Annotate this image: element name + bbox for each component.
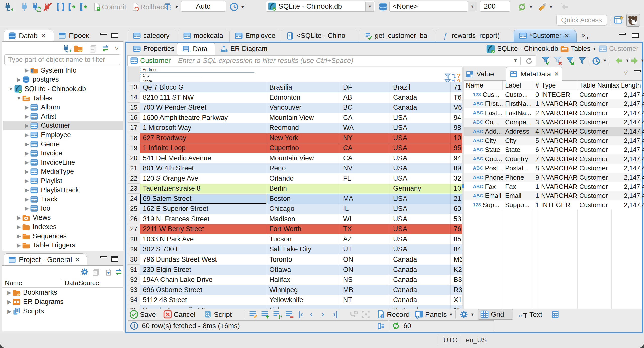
metadata-row[interactable]: ABCStateState6NVARCHARCustomer2,147,483,…	[464, 145, 642, 155]
tree-expand-arrow[interactable]: ▶	[16, 77, 22, 83]
meta-col-type[interactable]: Type	[539, 81, 577, 90]
arrow-left-green-icon[interactable]	[614, 56, 623, 65]
tree-expand-arrow[interactable]: ▶	[6, 299, 13, 305]
row-number[interactable]: 14	[128, 92, 140, 102]
meta-cell-maxlength[interactable]: 2,147,483,647	[611, 200, 644, 210]
next-dropdown[interactable]: ▼	[640, 58, 644, 63]
meta-cell-label[interactable]: City	[503, 136, 533, 145]
cell-postalcode[interactable]: T6	[451, 92, 462, 102]
metadata-row[interactable]: ABCLast...LastNa...2NVARCHARCustomer2,14…	[464, 108, 642, 118]
editor-minimize-button[interactable]	[618, 32, 627, 39]
cell-city[interactable]: New York	[266, 133, 340, 143]
meta-cell-number[interactable]: 2	[533, 108, 539, 118]
cell-address[interactable]: 5112 48 Street	[140, 295, 266, 305]
meta-cell-type[interactable]: NVARCHAR	[539, 118, 577, 127]
project-item-bookmarks[interactable]: ▶★Bookmarks	[3, 288, 123, 297]
tab-metadata[interactable]: MetaData✕	[506, 67, 562, 81]
editor-tab-category[interactable]: category	[128, 30, 178, 42]
refresh-dropdown[interactable]: ▼	[529, 5, 533, 10]
nav-first[interactable]: |‹	[298, 310, 303, 318]
cell-address[interactable]: 801 W 4th Street	[140, 163, 266, 173]
meta-cell-table[interactable]: Customer	[577, 173, 611, 182]
meta-cell-type[interactable]: NVARCHAR	[539, 191, 577, 201]
row-number[interactable]: 17	[128, 123, 140, 133]
cell-address[interactable]: 302 S 700 E	[140, 244, 266, 254]
meta-cell-number[interactable]: 8	[533, 164, 539, 173]
editor-tab--customer[interactable]: *Customer✕	[514, 30, 577, 42]
cell-postalcode[interactable]: 98	[451, 123, 462, 133]
tab-close-icon[interactable]: ✕	[554, 71, 559, 78]
meta-cell-label[interactable]: Phone	[503, 173, 533, 182]
clock-history-icon[interactable]	[229, 2, 239, 12]
editor-maximize-button[interactable]	[631, 32, 640, 39]
cell-state[interactable]: ON	[340, 265, 390, 275]
tab-projects[interactable]: Проек	[58, 30, 93, 42]
cell-address[interactable]: 1 Infinite Loop	[140, 143, 266, 153]
filter-history-dropdown[interactable]: ▼	[513, 58, 518, 63]
row-number[interactable]: 32	[128, 275, 140, 285]
row-number[interactable]: 18	[128, 133, 140, 143]
tree-expand-arrow[interactable]: ▶	[24, 150, 30, 156]
project-minimize-button[interactable]	[99, 256, 108, 263]
metadata-row[interactable]: ABCCityCity5NVARCHARCustomer2,147,483,64…	[464, 136, 642, 145]
meta-cell-label[interactable]: Custo...	[503, 90, 533, 99]
cell-state[interactable]	[340, 305, 390, 309]
cell-city[interactable]: Reno	[266, 163, 340, 173]
editor-tab-mockdata[interactable]: mockdata	[178, 30, 229, 42]
funnel-save-icon[interactable]	[566, 56, 575, 65]
copy-plus-icon[interactable]	[103, 268, 112, 276]
breadcrumb-tables[interactable]: Tables	[571, 45, 590, 53]
cell-city[interactable]: Halifax	[266, 275, 340, 285]
table-star-icon[interactable]: ★	[614, 15, 624, 25]
cell-city[interactable]: Brasília	[266, 82, 340, 92]
schema-dropdown-button[interactable]: ▼	[468, 2, 477, 11]
cell-city[interactable]: Redmond	[266, 123, 340, 133]
cell-postalcode[interactable]: 53	[451, 214, 462, 224]
meta-cell-maxlength[interactable]: 2,147,483,647	[611, 90, 644, 99]
cell-postalcode[interactable]: 89	[451, 163, 462, 173]
cell-address[interactable]: 120 S Orange Ave	[140, 173, 266, 184]
calc-icon-icon[interactable]	[551, 310, 560, 319]
tree-item-postgres[interactable]: ▶postgres	[3, 75, 123, 84]
cell-country[interactable]: Portugal	[390, 305, 451, 309]
cell-city[interactable]: Madison	[266, 214, 340, 224]
cell-address[interactable]: Qe 7 Bloco G	[140, 82, 266, 92]
row-number[interactable]: 22	[128, 173, 140, 184]
cell-state[interactable]: DF	[340, 82, 390, 92]
tab-value[interactable]: Value	[465, 68, 494, 81]
cell-postalcode[interactable]: 94	[451, 113, 462, 123]
cell-state[interactable]: NY	[340, 133, 390, 143]
cell-city[interactable]: Salt Lake City	[266, 244, 340, 254]
tree-item-artist[interactable]: ▶Artist	[3, 112, 123, 121]
plug-add-icon[interactable]: +	[62, 44, 71, 53]
cell-country[interactable]: USA	[390, 204, 451, 214]
cell-postalcode[interactable]: X1	[451, 295, 462, 305]
row-number[interactable]: 35	[128, 305, 140, 309]
row-number[interactable]: 28	[128, 234, 140, 244]
timer-dropdown[interactable]: ▼	[603, 58, 607, 63]
gear-icon[interactable]	[80, 268, 89, 276]
cell-country[interactable]: Germany	[390, 184, 451, 194]
meta-cell-type[interactable]: NVARCHAR	[539, 136, 577, 145]
meta-cell-number[interactable]: 7	[533, 154, 539, 164]
meta-cell-type[interactable]: NVARCHAR	[539, 182, 577, 191]
meta-cell-maxlength[interactable]: 2,147,483,647	[611, 182, 644, 191]
cell-address[interactable]: 2211 W Berry Street	[140, 224, 266, 234]
dbeaver-perspective-button[interactable]	[626, 14, 640, 27]
meta-cell-maxlength[interactable]: 2,147,483,647	[611, 173, 644, 182]
meta-cell-table[interactable]: Customer	[577, 99, 611, 109]
tree-item-mediatype[interactable]: ▶MediaType	[3, 167, 123, 177]
pen-orange-icon[interactable]	[537, 2, 547, 12]
tx3-icon[interactable]	[79, 2, 89, 12]
nav-last[interactable]: ›|	[333, 310, 338, 318]
cell-country[interactable]: USA	[390, 123, 451, 133]
cell-state[interactable]: NV	[340, 163, 390, 173]
meta-cell-name[interactable]: ABCEmail	[464, 191, 503, 201]
object-filter-input[interactable]: Type part of object name to filter	[4, 54, 120, 65]
tree-expand-arrow[interactable]: ▶	[24, 67, 30, 73]
subtab-properties[interactable]: Properties	[128, 43, 177, 55]
row-number[interactable]: 31	[128, 265, 140, 275]
meta-cell-type[interactable]: NVARCHAR	[539, 164, 577, 173]
editor-tab-employee[interactable]: Employee	[229, 30, 281, 42]
meta-cell-table[interactable]: Customer	[577, 164, 611, 173]
